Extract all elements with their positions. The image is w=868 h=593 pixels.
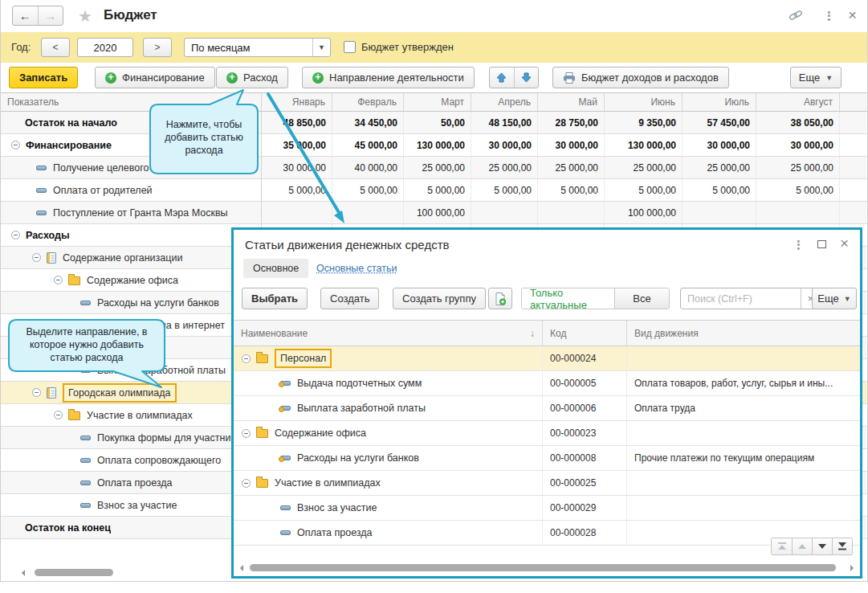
collapse-icon[interactable] [54, 343, 63, 352]
year-prev-button[interactable]: < [41, 38, 70, 57]
value-cell[interactable]: 130 000,00 [404, 134, 471, 156]
value-cell[interactable]: 5 000,00 [538, 179, 605, 201]
value-cell[interactable] [756, 202, 840, 223]
list-item[interactable]: Выплата заработной платы00-000006Оплата … [234, 396, 860, 421]
value-cell[interactable]: 30 000,00 [262, 157, 332, 178]
collapse-icon[interactable] [54, 411, 63, 419]
row-label-cell[interactable]: Взнос за участие [1, 494, 262, 516]
value-cell[interactable]: 40 000,00 [332, 157, 404, 178]
month-column-header[interactable]: Май [538, 93, 605, 111]
value-cell[interactable]: 130 000,00 [605, 134, 683, 156]
month-column-header[interactable]: Август [756, 93, 840, 111]
value-cell[interactable]: 5 000,00 [756, 179, 840, 201]
go-first-icon[interactable] [772, 538, 792, 554]
value-cell[interactable]: 100 000,00 [605, 202, 683, 223]
value-cell[interactable]: 25 000,00 [471, 157, 538, 178]
collapse-icon[interactable] [11, 231, 20, 239]
forward-icon[interactable]: → [38, 6, 63, 25]
value-cell[interactable]: 38 050,00 [756, 112, 840, 133]
month-column-header[interactable]: Февраль [332, 93, 404, 111]
collapse-icon[interactable] [11, 141, 20, 149]
go-last-icon[interactable] [832, 538, 852, 554]
add-direction-button[interactable]: + Направление деятельности [302, 67, 475, 88]
value-cell[interactable]: 25 000,00 [683, 157, 756, 178]
menu-dots-icon[interactable]: ⋮ [823, 9, 835, 23]
add-financing-button[interactable]: + Финансирование [95, 67, 215, 88]
list-item[interactable]: Расходы на услуги банков00-000008Прочие … [234, 446, 860, 471]
collapse-icon[interactable] [242, 479, 251, 488]
search-input[interactable] [681, 288, 801, 309]
value-cell[interactable]: 48 150,00 [471, 112, 538, 133]
row-label-cell[interactable]: Оплата от родителей [1, 179, 262, 201]
value-cell[interactable]: 30 000,00 [683, 134, 756, 156]
value-cell[interactable] [538, 202, 605, 223]
tab-main[interactable]: Основное [243, 259, 308, 278]
list-item[interactable]: Персонал00-000024 [234, 346, 860, 371]
value-cell[interactable]: 30 000,00 [756, 134, 840, 156]
row-label-cell[interactable]: Остаток на конец [1, 517, 262, 538]
create-button[interactable]: Создать [320, 288, 379, 309]
value-cell[interactable]: 25 000,00 [404, 157, 471, 178]
approved-checkbox[interactable] [344, 41, 356, 53]
value-cell[interactable] [683, 202, 756, 223]
add-expense-button[interactable]: + Расход [216, 67, 288, 88]
list-item[interactable]: Взнос за участие00-000029 [234, 496, 860, 521]
value-cell[interactable]: 100 000,00 [404, 202, 471, 223]
month-column-header[interactable]: Март [404, 93, 471, 111]
value-cell[interactable] [332, 202, 404, 223]
list-item[interactable]: Оплата проезда00-000028 [234, 521, 860, 546]
dialog-menu-icon[interactable]: ⋮ [793, 238, 805, 252]
collapse-icon[interactable] [32, 388, 41, 397]
value-cell[interactable]: 9 350,00 [605, 112, 683, 133]
row-label-cell[interactable]: Персонал [1, 337, 262, 358]
row-label-cell[interactable]: Финансирование [1, 134, 262, 156]
value-cell[interactable]: 25 000,00 [605, 157, 683, 178]
scroll-right-icon[interactable] [850, 565, 854, 571]
value-cell[interactable] [471, 202, 538, 223]
more-button[interactable]: Еще ▼ [790, 67, 842, 88]
value-cell[interactable]: 30 000,00 [538, 134, 605, 156]
value-cell[interactable]: 5 000,00 [471, 179, 538, 201]
collapse-icon[interactable] [242, 354, 251, 363]
row-label-cell[interactable]: Получение целевого финансирования [1, 157, 262, 178]
row-label-cell[interactable]: Оплата сопровождающего [1, 449, 262, 471]
value-cell[interactable]: 28 750,00 [538, 112, 605, 133]
row-label-cell[interactable]: Городская олимпиада [1, 382, 262, 403]
value-cell[interactable] [262, 202, 332, 223]
go-down-icon[interactable] [812, 538, 832, 554]
row-label-cell[interactable]: Остаток на начало [1, 112, 262, 133]
dialog-hscrollbar[interactable] [238, 562, 855, 573]
favorite-star-icon[interactable]: ★ [78, 6, 92, 26]
value-cell[interactable]: 30 000,00 [471, 134, 538, 156]
value-cell[interactable]: 57 450,00 [683, 112, 756, 133]
value-cell[interactable]: 5 000,00 [683, 179, 756, 201]
period-select[interactable]: По месяцам ▼ [184, 38, 331, 57]
link-icon[interactable] [789, 9, 803, 25]
scroll-left-icon[interactable] [22, 570, 25, 576]
dialog-more-button[interactable]: Еще ▼ [812, 288, 857, 309]
collapse-icon[interactable] [54, 276, 63, 284]
save-button[interactable]: Записать [9, 67, 78, 88]
main-hscrollbar[interactable] [7, 567, 224, 578]
month-column-header[interactable]: Январь [262, 93, 332, 111]
create-by-copy-button[interactable] [488, 288, 512, 309]
move-down-icon[interactable] [514, 67, 539, 88]
value-cell[interactable]: 45 000,00 [332, 134, 404, 156]
value-cell[interactable]: 35 000,00 [262, 134, 332, 156]
value-cell[interactable]: 5 000,00 [605, 179, 683, 201]
row-label-cell[interactable]: Содержание офиса [1, 269, 262, 291]
close-icon[interactable]: × [848, 9, 857, 22]
list-item[interactable]: Содержание офиса00-000023 [234, 421, 860, 446]
month-column-header[interactable]: Июль [683, 93, 756, 111]
row-label-cell[interactable]: Покупка формы для участников [1, 427, 262, 448]
dialog-close-icon[interactable]: × [840, 237, 849, 250]
value-cell[interactable]: 50,00 [404, 112, 471, 133]
code-column-header[interactable]: Код [543, 321, 627, 346]
month-column-header[interactable]: Июнь [605, 93, 683, 111]
row-label-cell[interactable]: Участие в олимпиадах [1, 404, 262, 426]
movement-column-header[interactable]: Вид движения [627, 321, 860, 346]
back-icon[interactable]: ← [13, 6, 38, 25]
collapse-icon[interactable] [242, 429, 251, 438]
row-label-cell[interactable]: Содержание организации [1, 247, 262, 268]
maximize-icon[interactable] [817, 240, 826, 248]
